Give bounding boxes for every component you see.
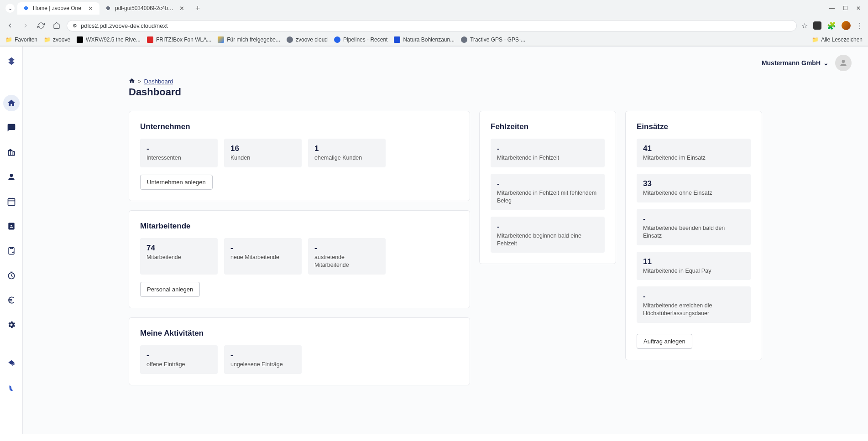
stat-label: Mitarbeitende im Einsatz — [643, 154, 744, 162]
nav-calendar-icon[interactable] — [3, 193, 20, 210]
stat-tile[interactable]: - Mitarbeitende in Fehlzeit — [491, 139, 605, 167]
tab-title: Home | zvoove One — [33, 5, 84, 11]
stat-value: - — [497, 222, 598, 231]
svg-point-2 — [10, 225, 12, 226]
breadcrumb-separator: > — [138, 78, 141, 85]
stat-tile[interactable]: - Interessenten — [140, 139, 218, 167]
create-order-button[interactable]: Auftrag anlegen — [637, 334, 692, 349]
stat-value: - — [314, 244, 379, 253]
create-company-button[interactable]: Unternehmen anlegen — [140, 175, 213, 190]
extension-icon[interactable] — [813, 21, 821, 30]
stat-tile[interactable]: 11 Mitarbeitende in Equal Pay — [637, 252, 751, 280]
window-minimize-icon[interactable]: — — [829, 5, 835, 11]
nav-home-icon[interactable] — [3, 95, 20, 111]
stat-tile[interactable]: 1 ehemalige Kunden — [308, 139, 386, 167]
all-bookmarks-button[interactable]: 📁Alle Lesezeichen — [812, 36, 863, 43]
stat-tile[interactable]: - austretende Mitarbeitende — [308, 238, 386, 275]
stat-tile[interactable]: - ungelesene Einträge — [224, 345, 302, 374]
stat-label: Mitarbeitende beginnen bald eine Fehlzei… — [497, 232, 598, 248]
bookmark-item[interactable]: Für mich freigegebe... — [218, 36, 280, 43]
stat-value: - — [146, 351, 211, 360]
tab-close-icon[interactable]: ✕ — [87, 5, 94, 12]
sidebar: E — [0, 47, 23, 434]
home-button[interactable] — [51, 20, 62, 31]
nav-chat-icon[interactable] — [3, 119, 20, 136]
window-close-icon[interactable]: ✕ — [856, 5, 861, 11]
bookmark-item[interactable]: 📁zvoove — [44, 36, 70, 43]
card-mitarbeitende: Mitarbeitende 74 Mitarbeitende - neue Mi… — [129, 210, 470, 308]
url-text: pdlcs2.pdl.zvoove-dev.cloud/next — [81, 22, 168, 29]
star-bookmark-icon[interactable]: ☆ — [801, 21, 808, 30]
folder-icon: 📁 — [44, 36, 50, 43]
card-fehlzeiten: Fehlzeiten - Mitarbeitende in Fehlzeit -… — [479, 111, 616, 264]
stat-tile[interactable]: - neue Mitarbeitende — [224, 238, 302, 275]
window-maximize-icon[interactable]: ☐ — [843, 5, 848, 11]
new-tab-button[interactable]: + — [191, 4, 205, 13]
create-person-button[interactable]: Personal anlegen — [140, 282, 200, 297]
stat-tile[interactable]: 41 Mitarbeitende im Einsatz — [637, 139, 751, 167]
stat-label: offene Einträge — [146, 361, 211, 368]
tabs-row: ⌄ Home | zvoove One ✕ pdl-gui503400f9-2c… — [0, 0, 868, 16]
nav-contacts-icon[interactable] — [3, 218, 20, 234]
site-icon — [218, 36, 224, 43]
chevron-down-icon: ⌄ — [823, 59, 829, 67]
profile-avatar-icon[interactable] — [842, 21, 851, 30]
nav-export-icon[interactable]: E — [3, 356, 20, 372]
stat-tile[interactable]: - Mitarbeitende erreichen die Höchstüber… — [637, 286, 751, 323]
stat-tile[interactable]: - Mitarbeitende beginnen bald eine Fehlz… — [491, 217, 605, 253]
app-logo-icon[interactable] — [3, 53, 20, 69]
card-title: Fehlzeiten — [491, 122, 605, 131]
card-aktivitaeten: Meine Aktivitäten - offene Einträge - un… — [129, 317, 470, 385]
browser-chrome: ⌄ Home | zvoove One ✕ pdl-gui503400f9-2c… — [0, 0, 868, 47]
back-button[interactable] — [5, 20, 16, 31]
org-selector[interactable]: Mustermann GmbH ⌄ — [762, 59, 829, 67]
browser-tab-active[interactable]: Home | zvoove One ✕ — [17, 2, 99, 15]
bookmark-item[interactable]: Tractive GPS - GPS-... — [461, 36, 525, 43]
stat-tile[interactable]: - Mitarbeitende in Fehlzeit mit fehlende… — [491, 174, 605, 210]
stat-label: Mitarbeitende erreichen die Höchstüberla… — [643, 302, 744, 317]
tab-title: pdl-gui503400f9-2c4b-4e06-e0 — [115, 5, 175, 11]
bookmark-item[interactable]: Natura Bohlenzaun... — [394, 36, 455, 43]
bookmark-item[interactable]: zvoove cloud — [287, 36, 328, 43]
breadcrumb: > Dashboard — [129, 78, 762, 85]
user-avatar[interactable] — [835, 55, 852, 71]
tab-favicon-icon — [105, 5, 111, 11]
browser-tab[interactable]: pdl-gui503400f9-2c4b-4e06-e0 ✕ — [99, 2, 191, 15]
bookmark-item[interactable]: FRITZ!Box Fon WLA... — [147, 36, 211, 43]
stat-tile[interactable]: 74 Mitarbeitende — [140, 238, 218, 275]
stat-value: 74 — [146, 244, 211, 253]
nav-company-icon[interactable] — [3, 144, 20, 161]
nav-settings-icon[interactable] — [3, 316, 20, 333]
breadcrumb-home-icon[interactable] — [129, 78, 135, 85]
stat-tile[interactable]: - offene Einträge — [140, 345, 218, 374]
extensions-puzzle-icon[interactable]: 🧩 — [827, 21, 836, 30]
bookmark-item[interactable]: WXRV/92.5 the Rive... — [77, 36, 141, 43]
forward-button[interactable] — [20, 20, 31, 31]
stat-tile[interactable]: 33 Mitarbeitende ohne Einsatz — [637, 174, 751, 202]
nav-integration-icon[interactable] — [3, 380, 20, 397]
tab-close-icon[interactable]: ✕ — [178, 5, 185, 12]
stat-value: - — [497, 144, 598, 153]
address-bar[interactable]: ⚙ pdlcs2.pdl.zvoove-dev.cloud/next — [67, 20, 797, 31]
reload-button[interactable] — [36, 20, 47, 31]
stat-label: ehemalige Kunden — [314, 154, 379, 162]
stat-label: ungelesene Einträge — [230, 361, 295, 368]
bookmark-item[interactable]: 📁Favoriten — [5, 36, 37, 43]
stat-label: Mitarbeitende in Fehlzeit mit fehlendem … — [497, 189, 598, 205]
stat-label: austretende Mitarbeitende — [314, 254, 379, 269]
nav-person-icon[interactable] — [3, 169, 20, 185]
card-title: Einsätze — [637, 122, 751, 131]
site-info-icon[interactable]: ⚙ — [73, 23, 77, 29]
stat-tile[interactable]: 16 Kunden — [224, 139, 302, 167]
browser-profile-button[interactable]: ⌄ — [5, 4, 15, 13]
nav-clock-icon[interactable] — [3, 267, 20, 284]
stat-value: - — [497, 179, 598, 188]
main-content: Mustermann GmbH ⌄ > Dashboard Dashboard … — [23, 47, 868, 434]
nav-clipboard-icon[interactable] — [3, 243, 20, 259]
bookmark-item[interactable]: Pipelines - Recent — [334, 36, 387, 43]
stat-tile[interactable]: - Mitarbeitende beenden bald den Einsatz — [637, 209, 751, 245]
breadcrumb-link[interactable]: Dashboard — [144, 78, 173, 85]
stat-value: - — [230, 351, 295, 360]
nav-euro-icon[interactable] — [3, 292, 20, 308]
browser-menu-icon[interactable]: ⋮ — [856, 21, 863, 30]
